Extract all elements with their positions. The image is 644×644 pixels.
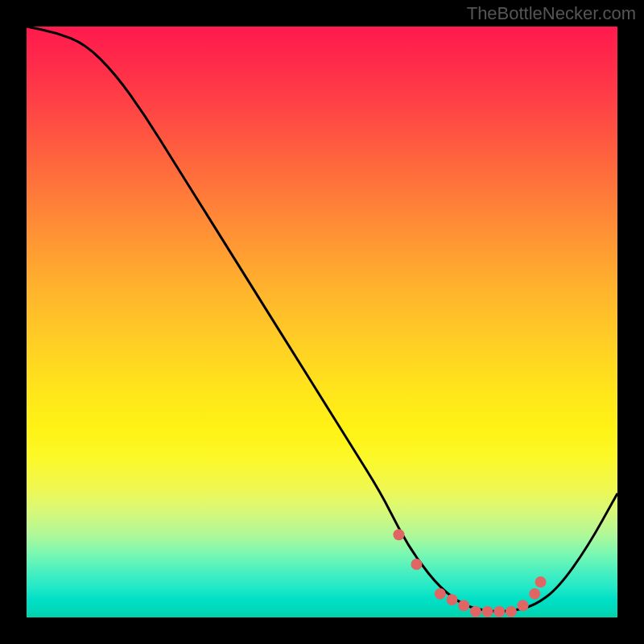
- marker-dot: [411, 559, 422, 570]
- marker-dot: [393, 529, 404, 540]
- marker-dots: [393, 529, 546, 617]
- marker-dot: [458, 600, 469, 611]
- chart-svg: [27, 27, 617, 617]
- marker-dot: [446, 594, 457, 605]
- bottleneck-curve-path: [27, 27, 617, 612]
- marker-dot: [506, 606, 517, 617]
- marker-dot: [470, 606, 481, 617]
- marker-dot: [518, 600, 529, 611]
- marker-dot: [482, 606, 493, 617]
- marker-dot: [529, 588, 540, 600]
- plot-area: [27, 27, 617, 617]
- attribution-text: TheBottleNecker.com: [467, 3, 636, 24]
- marker-dot: [493, 606, 505, 617]
- marker-dot: [535, 576, 547, 588]
- marker-dot: [435, 588, 446, 600]
- curve-line: [27, 27, 617, 612]
